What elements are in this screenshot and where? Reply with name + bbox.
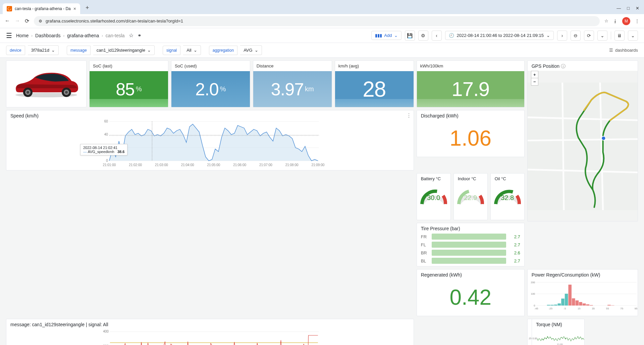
car-image-panel [6,60,87,107]
svg-rect-61 [554,305,557,306]
chevron-down-icon: ⌄ [546,33,550,38]
address-bar[interactable]: ⚙ grafana.csselectronics.stellarhosted.c… [34,16,600,26]
site-settings-icon[interactable]: ⚙ [39,19,42,23]
tire-bar-row: FL2.7 [417,241,524,249]
svg-text:21:07:00: 21:07:00 [259,163,272,167]
close-window-icon[interactable]: ✕ [636,6,639,11]
bc-folder[interactable]: grafana-athena [67,33,99,38]
forward-icon[interactable]: → [15,18,20,24]
svg-rect-60 [550,305,554,305]
var-signal-select[interactable]: All ⌄ [183,45,201,55]
svg-text:21:06:00: 21:06:00 [233,163,246,167]
time-range-text: 2022-08-14 21:00:46 to 2022-08-14 21:09:… [457,33,544,38]
download-icon[interactable]: ⭳ [613,18,618,23]
bc-home[interactable]: Home [16,33,29,38]
dashboards-link[interactable]: ☰ dashboards [609,48,638,53]
bar-chart-icon: ▮▮▮ [375,33,382,38]
svg-rect-69 [583,303,586,305]
kmh-avg-panel[interactable]: km/h (avg) 28 [335,60,414,107]
bookmark-icon[interactable]: ☆ [604,18,608,23]
svg-rect-71 [590,305,593,305]
svg-rect-65 [568,285,572,305]
discharged-panel[interactable]: Discharged (kWh) 1.06 [417,110,525,157]
svg-text:21:05: 21:05 [557,343,563,345]
soc-last-panel[interactable]: SoC (last) 85% [89,60,168,107]
svg-text:400: 400 [103,330,109,333]
bc-dashboards[interactable]: Dashboards [35,33,61,38]
clock-icon: 🕘 [449,33,454,38]
battery-temp-panel[interactable]: Battery °C 30.0 [417,173,451,220]
kwh100km-panel[interactable]: kWh/100km 17.9 [417,60,525,107]
chevron-down-icon: ⌄ [51,48,55,53]
browser-menu-icon[interactable]: ⋮ [635,18,639,23]
bc-current: can-tesla [106,33,125,38]
minimize-icon[interactable]: — [616,6,621,11]
svg-text:21:04:00: 21:04:00 [181,163,194,167]
kiosk-dropdown[interactable]: ⌄ [628,31,638,41]
map-zoom-in[interactable]: + [531,71,538,78]
profile-avatar[interactable]: M [622,17,630,25]
nav-menu-icon[interactable]: ☰ [6,32,12,40]
time-back-icon[interactable]: ‹ [432,31,442,41]
save-button[interactable]: 💾 [405,31,415,41]
svg-text:200: 200 [531,281,535,284]
regen-panel[interactable]: Regenerated (kWh) 0.42 [417,269,525,316]
gps-map-panel[interactable]: GPS Position ⓘ + − [527,60,638,221]
tire-pressure-panel[interactable]: Tire Pressure (bar) FR2.7FL2.7BR2.6BL2.7 [417,223,525,266]
svg-rect-66 [572,298,575,305]
var-signal-label: signal [163,46,180,55]
svg-rect-68 [579,302,582,305]
distance-panel[interactable]: Distance 3.97km [253,60,332,107]
svg-text:-25: -25 [548,307,552,310]
time-forward-icon[interactable]: › [557,31,567,41]
settings-button[interactable]: ⚙ [418,31,428,41]
tire-bar-row: FR2.7 [417,233,524,241]
share-icon[interactable]: ⚭ [138,33,142,38]
svg-text:15: 15 [578,307,581,310]
var-message-select[interactable]: can1_id129steeringangle ⌄ [93,45,155,55]
kiosk-icon[interactable]: 🖥 [614,31,625,41]
svg-text:55: 55 [606,307,609,310]
breadcrumb: Home › Dashboards › grafana-athena › can… [16,33,125,38]
svg-text:21:02:00: 21:02:00 [129,163,142,167]
var-device-select[interactable]: 3f78a21d ⌄ [28,45,59,55]
svg-text:21:09:00: 21:09:00 [311,163,324,167]
reload-icon[interactable]: ⟳ [25,18,29,24]
back-icon[interactable]: ← [5,18,10,24]
svg-rect-72 [607,305,611,305]
zoom-out-icon[interactable]: ⊖ [571,31,581,41]
svg-text:0.00: 0.00 [532,337,537,340]
refresh-icon[interactable]: ⟳ [584,31,594,41]
svg-rect-62 [557,303,561,305]
speed-chart-panel[interactable]: Speed (km/h) ⋮ 020406021:01:0021:02:0021… [6,110,414,170]
map-zoom-out[interactable]: − [531,78,538,86]
maximize-icon[interactable]: □ [627,6,630,11]
panel-title: SoC (last) [90,61,168,71]
svg-rect-73 [611,305,614,306]
panel-menu-icon[interactable]: ⋮ [406,112,412,119]
var-message-label: message [67,46,91,55]
time-range-picker[interactable]: 🕘 2022-08-14 21:00:46 to 2022-08-14 21:0… [445,31,554,40]
var-device-label: device [6,46,25,55]
svg-text:21:03:00: 21:03:00 [155,163,168,167]
svg-rect-70 [586,304,589,305]
chevron-down-icon: ⌄ [255,48,258,53]
add-panel-button[interactable]: ▮▮▮ Add ⌄ [371,31,401,40]
new-tab-button[interactable]: + [86,4,89,11]
var-agg-select[interactable]: AVG ⌄ [240,45,262,55]
star-icon[interactable]: ☆ [129,32,133,39]
tab-close-icon[interactable]: × [73,6,76,11]
chart-tooltip: 2022-08-14 21:02:41 — AVG_speedkmh 38.6 [80,144,127,155]
refresh-dropdown[interactable]: ⌄ [597,31,607,41]
browser-tab[interactable]: can-tesla - grafana-athena - Da × [3,3,80,14]
svg-text:-45: -45 [534,307,538,310]
steering-chart-panel[interactable]: message: can1_id129steeringangle | signa… [6,319,414,345]
svg-text:21:01:00: 21:01:00 [103,163,116,167]
power-histogram-panel[interactable]: Power Regen/Consumption (kW) 0100200-45-… [527,269,638,316]
info-icon[interactable]: ⓘ [561,63,566,69]
svg-point-6 [65,91,68,94]
oil-temp-panel[interactable]: Oil °C 32.8 [490,173,525,220]
soc-used-panel[interactable]: SoC (used) 2.0% [171,60,250,107]
torque-panel[interactable]: Torque (NM) 0.0021:05 avg_RearTorque1D8 [532,319,585,345]
indoor-temp-panel[interactable]: Indoor °C 22.9 [453,173,488,220]
